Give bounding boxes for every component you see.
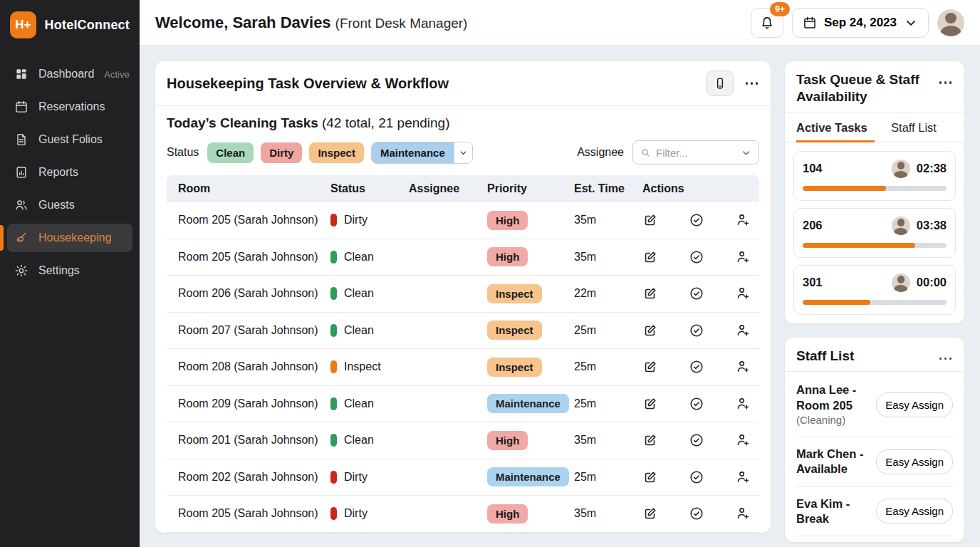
col-actions: Actions [642, 182, 759, 195]
edit-task-button[interactable] [642, 359, 658, 375]
mobile-view-button[interactable] [706, 71, 734, 96]
status-indicator [330, 287, 337, 300]
edit-task-button[interactable] [642, 286, 658, 301]
active-badge: Active [104, 69, 129, 80]
sidebar-item-dashboard[interactable]: Dashboard Active [7, 60, 132, 88]
complete-task-button[interactable] [689, 212, 704, 228]
status-text: Dirty [344, 507, 368, 520]
edit-task-button[interactable] [642, 506, 658, 521]
complete-task-button[interactable] [689, 396, 704, 412]
person-add-icon [735, 323, 751, 338]
tab-staff-list[interactable]: Staff List [875, 113, 953, 142]
complete-task-button[interactable] [689, 359, 704, 375]
actions-cell [642, 249, 759, 265]
task-item[interactable]: 206 03:38 [793, 208, 956, 258]
task-time: 03:38 [917, 219, 947, 232]
chip-dirty[interactable]: Dirty [261, 142, 302, 163]
sidebar-item-reservations[interactable]: Reservations [7, 93, 132, 121]
task-queue-menu-button[interactable] [938, 77, 954, 88]
actions-cell [642, 432, 759, 448]
chevron-down-icon [459, 148, 468, 157]
assign-person-button[interactable] [735, 212, 751, 228]
priority-badge: High [487, 211, 528, 230]
complete-task-button[interactable] [689, 286, 704, 301]
assign-person-button[interactable] [735, 432, 751, 448]
task-room: 301 [803, 276, 823, 289]
assign-person-button[interactable] [735, 249, 751, 265]
sidebar-item-reports[interactable]: Reports [7, 158, 132, 187]
maintenance-status-dropdown[interactable]: Maintenance [371, 142, 473, 164]
sidebar-item-housekeeping[interactable]: Housekeeping [7, 224, 132, 252]
sidebar-item-guests[interactable]: Guests [7, 191, 132, 219]
easy-assign-button[interactable]: Easy Assign [876, 499, 953, 523]
complete-task-button[interactable] [689, 249, 704, 265]
room-cell: Room 205 (Sarah Johnson) [178, 251, 330, 264]
sidebar-item-label: Housekeeping [38, 231, 111, 244]
edit-task-button[interactable] [642, 396, 658, 412]
person-add-icon [735, 469, 751, 485]
chip-inspect[interactable]: Inspect [309, 142, 364, 163]
user-avatar[interactable] [937, 9, 964, 36]
est-time-cell: 22m [574, 287, 642, 300]
priority-badge: Inspect [487, 284, 542, 303]
task-time: 00:00 [917, 276, 947, 289]
assignee-filter-group: Assignee [577, 140, 759, 165]
edit-icon [642, 469, 658, 485]
edit-icon [642, 432, 658, 448]
check-circle-icon [689, 432, 704, 448]
chip-clean[interactable]: Clean [207, 142, 254, 163]
est-time-cell: 35m [574, 214, 642, 226]
task-room: 206 [803, 219, 823, 232]
status-indicator [330, 251, 337, 264]
edit-task-button[interactable] [642, 432, 658, 448]
edit-task-button[interactable] [642, 249, 658, 265]
est-time-cell: 25m [574, 360, 642, 373]
easy-assign-button[interactable]: Easy Assign [876, 392, 953, 417]
date-picker-button[interactable]: Sep 24, 2023 [792, 8, 929, 38]
notifications-button[interactable]: 9+ [751, 8, 783, 38]
sidebar-item-guest-folios[interactable]: Guest Folios [7, 125, 132, 154]
actions-cell [642, 506, 759, 521]
priority-cell: High [487, 247, 574, 266]
edit-task-button[interactable] [642, 469, 658, 485]
complete-task-button[interactable] [689, 323, 704, 338]
sidebar-item-settings[interactable]: Settings [7, 256, 132, 285]
easy-assign-button[interactable]: Easy Assign [876, 449, 953, 474]
document-icon [14, 132, 28, 147]
assign-person-button[interactable] [735, 359, 751, 375]
status-cell: Clean [330, 397, 409, 410]
room-cell: Room 205 (Sarah Johnson) [178, 507, 330, 520]
edit-icon [642, 249, 658, 265]
task-item[interactable]: 301 00:00 [793, 265, 956, 315]
priority-cell: Inspect [487, 284, 574, 303]
sidebar-item-label: Settings [38, 264, 80, 277]
est-time-cell: 35m [574, 434, 642, 447]
actions-cell [642, 396, 759, 412]
check-circle-icon [689, 359, 704, 375]
task-queue-tabs: Active Tasks Staff List [785, 113, 964, 142]
complete-task-button[interactable] [689, 506, 704, 521]
panel-menu-button[interactable] [744, 78, 760, 89]
assign-person-button[interactable] [735, 396, 751, 412]
edit-icon [642, 396, 658, 412]
sidebar-item-label: Reports [38, 166, 78, 179]
assign-person-button[interactable] [735, 469, 751, 485]
chevron-down-icon [741, 147, 751, 158]
assignee-filter-input-box[interactable] [632, 140, 759, 165]
assign-person-button[interactable] [735, 506, 751, 521]
complete-task-button[interactable] [689, 469, 704, 485]
tab-active-tasks[interactable]: Active Tasks [796, 113, 875, 142]
assign-person-button[interactable] [735, 286, 751, 301]
edit-task-button[interactable] [642, 323, 658, 338]
assignee-filter-input[interactable] [656, 147, 736, 159]
status-cell: Dirty [330, 471, 409, 484]
task-item[interactable]: 104 02:38 [793, 151, 956, 201]
edit-task-button[interactable] [642, 212, 658, 228]
report-icon [14, 165, 28, 179]
assign-person-button[interactable] [735, 323, 751, 338]
room-cell: Room 209 (Sarah Johnson) [178, 397, 330, 410]
staff-item: Eva Kim - Break Easy Assign [796, 487, 953, 537]
room-cell: Room 201 (Sarah Johnson) [178, 434, 330, 447]
complete-task-button[interactable] [689, 432, 704, 448]
staff-list-menu-button[interactable] [938, 353, 954, 365]
